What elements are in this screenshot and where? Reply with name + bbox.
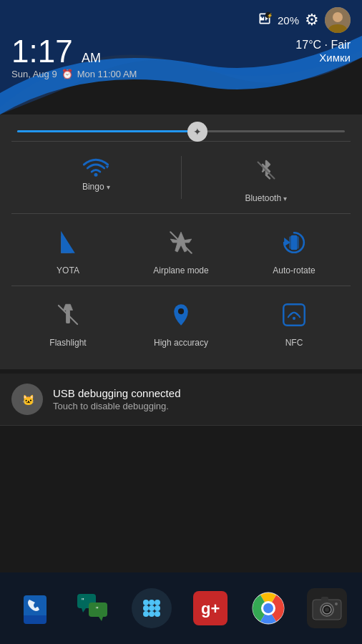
notifications-panel: 🐱 USB debugging connected Touch to disab…: [0, 374, 362, 426]
weather-temp: 17°C · Fair: [295, 39, 351, 52]
time-block: 1:17 AM Sun, Aug 9 ⏰ Mon 11:00 AM: [11, 36, 137, 79]
svg-text:🐱: 🐱: [22, 394, 35, 406]
nfc-toggle[interactable]: NFC: [238, 289, 351, 355]
flashlight-icon: [49, 296, 87, 333]
usb-debug-icon: 🐱: [11, 384, 43, 415]
svg-point-18: [293, 317, 295, 320]
dock-app-drawer[interactable]: [130, 587, 173, 630]
svg-marker-9: [61, 231, 75, 253]
svg-point-35: [155, 611, 160, 617]
svg-point-4: [94, 173, 98, 177]
dock-messages[interactable]: " ": [72, 587, 114, 630]
bt-chevron: ▾: [283, 195, 287, 203]
svg-text:g+: g+: [201, 600, 220, 618]
bluetooth-label: Bluetooth ▾: [245, 193, 287, 203]
battery-percent: 20%: [278, 14, 299, 26]
svg-point-16: [178, 308, 184, 314]
bluetooth-toggle[interactable]: Bluetooth ▾: [182, 145, 351, 210]
weather-city: Химки: [295, 52, 351, 64]
wifi-icon: [82, 152, 110, 177]
notification-subtitle: Touch to disable debugging.: [53, 401, 180, 411]
date-value: Sun, Aug 9: [11, 69, 57, 79]
flashlight-label: Flashlight: [49, 338, 86, 348]
dock-phone[interactable]: [14, 587, 57, 630]
dock-chrome[interactable]: [247, 587, 290, 630]
svg-point-39: [263, 603, 273, 613]
yota-label: YOTA: [57, 265, 79, 275]
svg-point-44: [325, 608, 329, 612]
location-icon: [162, 296, 200, 333]
svg-point-3: [333, 12, 343, 22]
autorotate-label: Auto-rotate: [273, 265, 315, 275]
nfc-icon: [275, 296, 313, 333]
notification-title: USB debugging connected: [53, 387, 180, 399]
brightness-slider[interactable]: [17, 130, 345, 132]
autorotate-icon: [275, 224, 313, 261]
wifi-label: Bingo ▾: [82, 182, 110, 192]
svg-marker-24: [99, 617, 103, 621]
alarm-value: Mon 11:00 AM: [77, 69, 137, 79]
time-weather-row: 1:17 AM Sun, Aug 9 ⏰ Mon 11:00 AM 17°C ·…: [0, 33, 362, 79]
flashlight-toggle[interactable]: Flashlight: [11, 289, 124, 355]
svg-point-34: [149, 611, 155, 617]
clock-icon: ⏰: [62, 69, 73, 79]
svg-rect-13: [291, 235, 298, 250]
svg-text:⚡: ⚡: [266, 12, 272, 19]
nfc-label: NFC: [285, 338, 303, 348]
brightness-row[interactable]: [11, 122, 351, 141]
app-grid-icon: [132, 588, 172, 628]
bottom-dock: " " g+: [0, 572, 362, 644]
battery-icon: ⚡: [258, 11, 272, 29]
svg-point-30: [143, 605, 149, 611]
avatar[interactable]: [325, 7, 351, 33]
svg-marker-5: [106, 166, 109, 169]
settings-icon[interactable]: ⚙: [305, 11, 319, 29]
autorotate-toggle[interactable]: Auto-rotate: [238, 217, 351, 283]
svg-point-29: [155, 600, 160, 605]
date-row: Sun, Aug 9 ⏰ Mon 11:00 AM: [11, 69, 137, 79]
airplane-label: Airplane mode: [153, 265, 208, 275]
bluetooth-icon: [248, 152, 285, 189]
toggle-row-2: YOTA Airplane mode: [11, 217, 351, 283]
toggle-row-3: Flashlight High accuracy: [11, 289, 351, 355]
quick-settings-panel: Bingo ▾ Bluetooth ▾: [0, 114, 362, 369]
dock-google-plus[interactable]: g+: [189, 587, 232, 630]
svg-point-33: [143, 611, 149, 617]
weather-block: 17°C · Fair Химки: [295, 36, 351, 64]
status-top: ⚡ 20% ⚙: [0, 0, 362, 33]
svg-marker-22: [82, 608, 86, 613]
wifi-chevron: ▾: [107, 183, 110, 191]
brightness-thumb[interactable]: [187, 122, 207, 142]
time-value: 1:17: [11, 34, 73, 69]
brightness-fill: [17, 130, 197, 132]
status-bar: ⚡ 20% ⚙ 1:17 AM Sun, Aug 9 ⏰ Mon 11:00 A…: [0, 0, 362, 114]
svg-point-27: [143, 600, 149, 605]
svg-point-28: [149, 600, 155, 605]
toggle-row-1: Bingo ▾ Bluetooth ▾: [11, 145, 351, 210]
location-label: High accuracy: [154, 338, 208, 348]
airplane-icon: [162, 224, 200, 261]
yota-icon: [49, 224, 87, 261]
ampm: AM: [82, 51, 101, 65]
svg-point-31: [149, 605, 155, 611]
wifi-toggle[interactable]: Bingo ▾: [11, 145, 181, 210]
camera-icon: [307, 588, 347, 628]
svg-rect-17: [283, 304, 304, 325]
yota-toggle[interactable]: YOTA: [11, 217, 124, 283]
time-display: 1:17 AM: [11, 36, 137, 67]
notification-usb[interactable]: 🐱 USB debugging connected Touch to disab…: [0, 374, 362, 426]
svg-text:": ": [96, 606, 99, 614]
dock-camera[interactable]: [305, 587, 348, 630]
airplane-toggle[interactable]: Airplane mode: [124, 217, 238, 283]
svg-point-32: [155, 605, 160, 611]
svg-rect-45: [321, 597, 328, 601]
svg-text:": ": [82, 597, 84, 605]
location-toggle[interactable]: High accuracy: [124, 289, 238, 355]
svg-point-46: [335, 602, 338, 605]
notification-text: USB debugging connected Touch to disable…: [53, 387, 180, 411]
